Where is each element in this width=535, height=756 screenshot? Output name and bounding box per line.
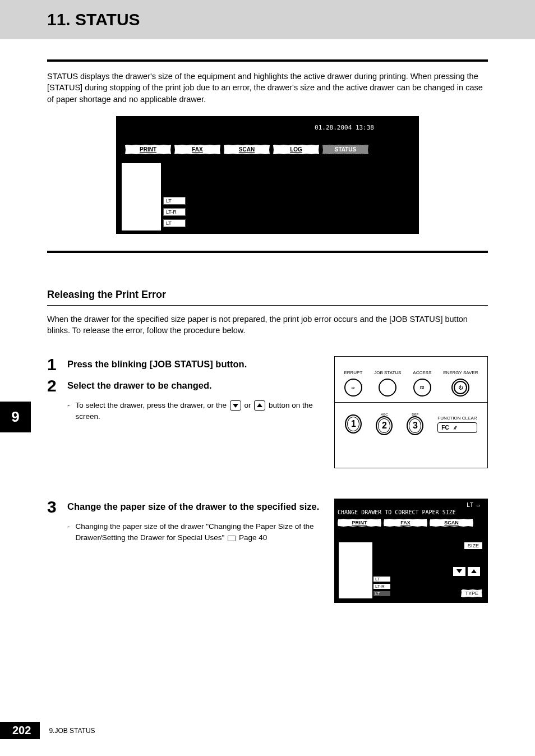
divider	[47, 59, 488, 62]
printer-icon	[122, 163, 161, 231]
drawer-diagram: LT LT-R LT	[122, 163, 186, 231]
function-clear-button[interactable]: FC ⫽	[437, 422, 477, 433]
up-arrow-icon[interactable]	[254, 400, 265, 411]
energy-saver-button[interactable]: ENERGY SAVER ⏻	[443, 370, 478, 397]
panel-row-top: ERRUPT ⇒ JOB STATUS ACCESS ⚿ ENERGY SAVE…	[335, 357, 487, 403]
page-ref: Page 40	[239, 533, 267, 542]
change-msg: CHANGE DRAWER TO CORRECT PAPER SIZE	[338, 509, 485, 515]
step-3: 3 Change the paper size of the drawer to…	[47, 499, 323, 543]
drawer-label-2: LT-R	[163, 208, 186, 216]
dash: -	[67, 521, 70, 532]
drawer-label-3: LT	[163, 219, 186, 227]
interrupt-icon: ⇒	[344, 379, 362, 397]
circle-icon	[379, 379, 396, 397]
arrow-buttons	[453, 567, 480, 576]
drawer-diagram-2: LT LT-R LT	[339, 542, 390, 598]
size-button[interactable]: SIZE	[464, 542, 482, 549]
step-row-3: 3 Change the paper size of the drawer to…	[47, 499, 488, 603]
header-band: 11. STATUS	[0, 0, 535, 39]
steps: 1 Press the blinking [JOB STATUS] button…	[47, 356, 488, 603]
panel-row-bottom: 1 ABC 2 DEF 3 FUNCTION CLEAR FC ⫽	[335, 403, 487, 445]
book-icon	[228, 536, 236, 541]
printer-icon	[339, 542, 372, 598]
subsection-title: Releasing the Print Error	[47, 289, 488, 301]
clear-stripes-icon: ⫽	[453, 425, 458, 431]
job-status-button[interactable]: JOB STATUS	[374, 370, 401, 397]
down-arrow-icon[interactable]	[230, 400, 241, 411]
step-number: 1	[47, 356, 61, 373]
step-left-col: 3 Change the paper size of the drawer to…	[47, 499, 323, 548]
tab-log[interactable]: LOG	[273, 145, 319, 154]
status-screen: 01.28.2004 13:38 PRINT FAX SCAN LOG STAT…	[116, 116, 419, 234]
dash: -	[67, 400, 70, 411]
down-arrow-button[interactable]	[453, 567, 465, 576]
drawer-label-1: LT	[163, 197, 186, 205]
change-tabs: PRINT FAX SCAN	[338, 519, 485, 527]
keypad-def-label: DEF	[407, 413, 423, 416]
screen-tabs: PRINT FAX SCAN LOG STATUS	[125, 145, 413, 154]
tab-scan[interactable]: SCAN	[224, 145, 270, 154]
intro-text: STATUS displays the drawer's size of the…	[47, 71, 488, 105]
drawer-label-1: LT	[373, 577, 390, 582]
subtext: Changing the paper size of the drawer "C…	[76, 522, 314, 542]
step-number: 3	[47, 499, 61, 543]
page-number: 202	[0, 722, 40, 739]
footer-label: 9.JOB STATUS	[49, 727, 95, 735]
tab-fax[interactable]: FAX	[384, 519, 427, 527]
access-button[interactable]: ACCESS ⚿	[413, 370, 431, 397]
step-row-1-2: 1 Press the blinking [JOB STATUS] button…	[47, 356, 488, 468]
tab-fax[interactable]: FAX	[174, 145, 220, 154]
step-2: 2 Select the drawer to be changed. - To …	[47, 377, 323, 422]
step-subtext: - To select the drawer, press the drawer…	[67, 400, 323, 423]
up-arrow-button[interactable]	[468, 567, 480, 576]
step-title: Press the blinking [JOB STATUS] button.	[67, 358, 323, 370]
subtext-mid: or	[244, 401, 251, 409]
keypad-2[interactable]: 2	[376, 416, 393, 435]
function-clear-label: FUNCTION CLEAR	[437, 416, 477, 421]
tab-scan[interactable]: SCAN	[430, 519, 473, 527]
subsection-text: When the drawer for the specified size p…	[47, 314, 488, 336]
tab-status[interactable]: STATUS	[322, 145, 368, 154]
keypad-3[interactable]: 3	[407, 416, 423, 435]
drawer-labels: LT LT-R LT	[373, 542, 390, 598]
keypad-1[interactable]: 1	[345, 414, 362, 434]
type-button[interactable]: TYPE	[461, 589, 482, 597]
tab-print[interactable]: PRINT	[338, 519, 381, 527]
page-title: 11. STATUS	[47, 10, 535, 29]
divider	[47, 305, 488, 306]
chapter-side-tab: 9	[0, 402, 31, 432]
step-1: 1 Press the blinking [JOB STATUS] button…	[47, 356, 323, 373]
drawer-label-2: LT-R	[373, 584, 390, 589]
key-icon: ⚿	[413, 379, 431, 397]
keypad-abc-label: ABC	[376, 413, 393, 416]
subsection: Releasing the Print Error When the drawe…	[47, 289, 488, 336]
drawer-label-3: LT	[373, 591, 390, 596]
paper-indicator: LT ▭	[338, 502, 485, 508]
step-title: Change the paper size of the drawer to t…	[67, 501, 323, 513]
interrupt-button[interactable]: ERRUPT ⇒	[344, 370, 362, 397]
status-screen-figure: 01.28.2004 13:38 PRINT FAX SCAN LOG STAT…	[47, 116, 488, 234]
screen-datetime: 01.28.2004 13:38	[122, 122, 413, 131]
change-drawer-screen: LT ▭ CHANGE DRAWER TO CORRECT PAPER SIZE…	[334, 499, 488, 603]
content-area: STATUS displays the drawer's size of the…	[0, 59, 535, 603]
step-left-col: 1 Press the blinking [JOB STATUS] button…	[47, 356, 323, 427]
power-icon: ⏻	[451, 379, 469, 397]
step-number: 2	[47, 377, 61, 422]
step-subtext: - Changing the paper size of the drawer …	[67, 521, 323, 544]
divider	[47, 251, 488, 253]
control-panel-figure: ERRUPT ⇒ JOB STATUS ACCESS ⚿ ENERGY SAVE…	[334, 356, 488, 468]
drawer-labels: LT LT-R LT	[163, 163, 186, 231]
step-title: Select the drawer to be changed.	[67, 380, 323, 391]
subtext-pre: To select the drawer, press the drawer, …	[76, 401, 227, 409]
footer: 202 9.JOB STATUS	[0, 722, 95, 739]
tab-print[interactable]: PRINT	[125, 145, 171, 154]
